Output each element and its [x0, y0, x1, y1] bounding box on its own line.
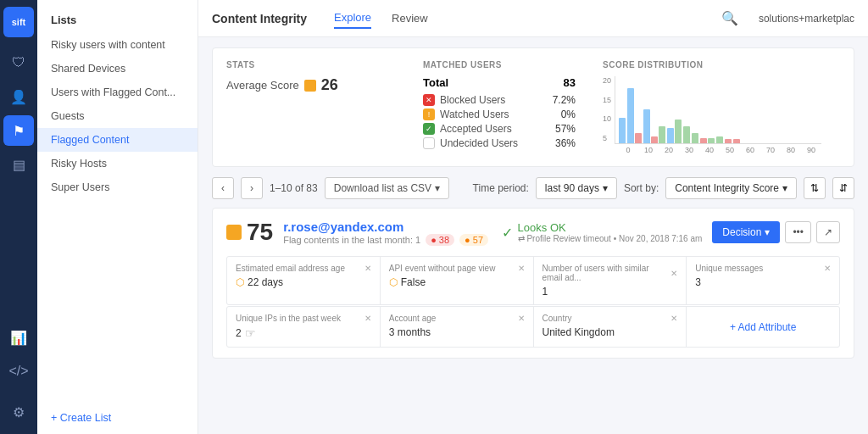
- nav-icon-code[interactable]: </>: [3, 356, 34, 387]
- score-badge: 75: [226, 219, 273, 246]
- chart-x-labels: 0 10 20 30 40 50 60 70 80 90: [615, 146, 821, 154]
- time-period-label: Time period:: [473, 182, 529, 194]
- accepted-icon: ✓: [423, 123, 435, 135]
- add-attribute-button[interactable]: + Add Attribute: [687, 307, 839, 347]
- sidebar-item-flagged-content-users[interactable]: Users with Flagged Cont...: [37, 81, 198, 104]
- sidebar-item-shared-devices[interactable]: Shared Devices: [37, 57, 198, 81]
- sidebar: Lists Risky users with content Shared De…: [37, 0, 198, 434]
- download-chevron-icon: ▾: [435, 182, 440, 194]
- attr-account-age: Account age ✕ 3 months: [381, 307, 533, 347]
- card-header: 75 r.rose@yandex.com Flag contents in th…: [226, 219, 840, 246]
- profile-review-icon: ⇄: [518, 234, 525, 243]
- stats-section: STATS Average Score 26: [226, 60, 396, 154]
- user-subtitle: Flag contents in the last month: 1 ● 38 …: [283, 234, 491, 246]
- sort-value: Content Integrity Score: [675, 182, 779, 194]
- app-logo: sift: [3, 7, 34, 37]
- matched-section: MATCHED USERS Total 83 ✕ Blocked Users 7…: [423, 60, 576, 154]
- tag-orange: ● 57: [459, 234, 488, 246]
- nav-icon-shield[interactable]: 🛡: [3, 47, 34, 78]
- tag-red-value: 38: [439, 235, 449, 245]
- sidebar-section-title: Lists: [37, 0, 198, 33]
- attr-country-value: United Kingdom: [542, 326, 678, 338]
- sidebar-item-risky-users[interactable]: Risky users with content: [37, 33, 198, 57]
- decision-label: Decision: [722, 226, 761, 238]
- score-icon-small: [304, 80, 316, 92]
- decision-chevron-icon: ▾: [765, 226, 770, 238]
- attr-unique-messages-close[interactable]: ✕: [824, 264, 831, 273]
- attr-similar-email-value: 1: [542, 286, 678, 298]
- matched-total-value: 83: [564, 76, 576, 89]
- nav-icon-settings[interactable]: ⚙: [3, 397, 34, 427]
- matched-undecided: Undecided Users 36%: [423, 137, 576, 149]
- matched-watched: ! Watched Users 0%: [423, 108, 576, 120]
- topnav-explore[interactable]: Explore: [334, 8, 371, 29]
- attr-country-close[interactable]: ✕: [670, 314, 677, 323]
- sort-desc-button[interactable]: ⇵: [832, 177, 854, 199]
- attr-unique-ips: Unique IPs in the past week ✕ 2 ☞: [227, 307, 380, 347]
- sidebar-item-super-users[interactable]: Super Users: [37, 175, 198, 199]
- status-section: ✓ Looks OK ⇄ Profile Review timeout • No…: [502, 221, 703, 243]
- nav-icon-user[interactable]: 👤: [3, 81, 34, 112]
- time-period-select[interactable]: last 90 days ▾: [536, 177, 617, 199]
- user-card: 75 r.rose@yandex.com Flag contents in th…: [212, 208, 854, 359]
- more-options-button[interactable]: •••: [785, 221, 811, 243]
- matched-section-label: MATCHED USERS: [423, 60, 576, 70]
- attr-email-age: Estimated email address age ✕ ⬡ 22 days: [227, 257, 380, 304]
- chart-section-label: SCORE DISTRIBUTION: [603, 60, 840, 70]
- attr-email-age-label: Estimated email address age: [236, 264, 345, 273]
- brand-title: Content Integrity: [212, 12, 307, 25]
- tag-orange-icon: ●: [465, 235, 470, 245]
- attr-api-event-close[interactable]: ✕: [518, 264, 525, 273]
- attr-unique-ips-close[interactable]: ✕: [364, 314, 371, 323]
- attr-account-age-close[interactable]: ✕: [518, 314, 525, 323]
- sidebar-item-risky-hosts[interactable]: Risky Hosts: [37, 152, 198, 175]
- attr-country-label: Country: [542, 314, 572, 323]
- attribute-grid-bottom: Unique IPs in the past week ✕ 2 ☞ Accoun…: [226, 306, 840, 348]
- attr-country: Country ✕ United Kingdom: [534, 307, 687, 347]
- attr-account-age-label: Account age: [389, 314, 437, 323]
- nav-icon-flag[interactable]: ⚑: [3, 115, 34, 146]
- decision-button[interactable]: Decision ▾: [712, 221, 780, 243]
- cursor-icon: ☞: [245, 326, 256, 340]
- stats-section-label: STATS: [226, 60, 396, 70]
- avg-score-row: Average Score 26: [226, 76, 396, 94]
- blocked-icon: ✕: [423, 94, 435, 106]
- undecided-label: Undecided Users: [440, 137, 550, 149]
- nav-icon-chart[interactable]: 📊: [3, 322, 34, 353]
- status-sub1: ⇄ Profile Review timeout • Nov 20, 2018 …: [518, 234, 703, 243]
- next-page-button[interactable]: ›: [241, 177, 263, 199]
- attribute-grid: Estimated email address age ✕ ⬡ 22 days …: [226, 256, 840, 305]
- sort-asc-button[interactable]: ⇅: [804, 177, 826, 199]
- external-link-button[interactable]: ↗: [816, 221, 840, 243]
- time-period-chevron-icon: ▾: [603, 182, 608, 194]
- attr-email-age-close[interactable]: ✕: [364, 264, 371, 273]
- undecided-icon: [423, 137, 435, 149]
- topnav-review[interactable]: Review: [392, 8, 428, 28]
- status-ok-label: Looks OK: [518, 221, 703, 234]
- attr-similar-email-label: Number of users with similar email ad...: [542, 264, 671, 282]
- create-list-button[interactable]: + Create List: [37, 402, 198, 434]
- user-info: r.rose@yandex.com Flag contents in the l…: [283, 220, 491, 246]
- matched-total-row: Total 83: [423, 76, 576, 89]
- accepted-label: Accepted Users: [440, 123, 550, 135]
- search-icon[interactable]: 🔍: [721, 10, 738, 26]
- attr-account-age-value: 3 months: [389, 326, 525, 338]
- status-check-icon: ✓: [502, 225, 513, 241]
- sidebar-item-guests[interactable]: Guests: [37, 104, 198, 128]
- sort-select[interactable]: Content Integrity Score ▾: [665, 177, 797, 199]
- undecided-pct: 36%: [555, 137, 576, 149]
- nav-icon-card[interactable]: ▤: [3, 149, 34, 180]
- attr-email-age-icon: ⬡: [236, 276, 244, 288]
- user-email[interactable]: r.rose@yandex.com: [283, 220, 491, 234]
- sidebar-item-flagged-content[interactable]: Flagged Content: [37, 128, 198, 152]
- attr-api-event-icon: ⬡: [389, 276, 398, 288]
- score-icon-large: [226, 225, 242, 240]
- download-csv-button[interactable]: Download list as CSV ▾: [325, 177, 449, 199]
- accepted-pct: 57%: [555, 123, 576, 135]
- prev-page-button[interactable]: ‹: [212, 177, 234, 199]
- flag-text: Flag contents in the last month: 1: [283, 235, 420, 245]
- time-period-value: last 90 days: [545, 182, 599, 194]
- add-attribute-label: + Add Attribute: [730, 321, 796, 333]
- attr-unique-ips-label: Unique IPs in the past week: [236, 314, 341, 323]
- attr-similar-email-close[interactable]: ✕: [670, 269, 677, 278]
